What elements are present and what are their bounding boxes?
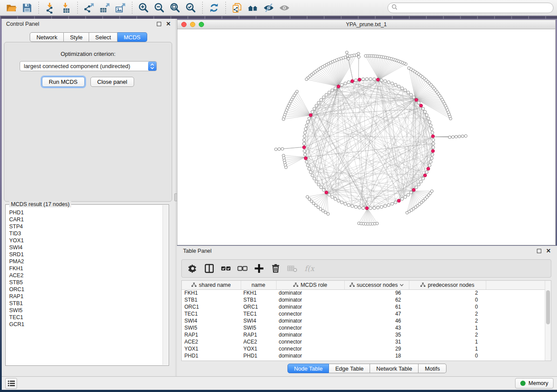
column-header-predecessor-nodes[interactable]: predecessor nodes xyxy=(409,281,486,289)
dropdown-spinner-icon xyxy=(148,62,156,71)
table-row[interactable]: FKH1FKH1dominator962 xyxy=(182,289,545,296)
table-row[interactable]: SWI4SWI4dominator462 xyxy=(182,317,545,324)
criterion-dropdown[interactable]: largest connected component (undirected) xyxy=(20,61,157,71)
function-builder-icon: f(x) xyxy=(303,263,315,274)
zoom-selected-button[interactable] xyxy=(184,2,197,14)
split-view-button[interactable] xyxy=(202,261,217,275)
table-scrollbar-thumb[interactable] xyxy=(546,290,550,324)
mcds-list-scrollbar[interactable] xyxy=(163,205,168,365)
mcds-result-groupbox: MCDS result (17 nodes) PHD1CAR1STP4TID3Y… xyxy=(5,204,169,366)
close-table-panel-icon[interactable]: ✕ xyxy=(546,249,551,253)
hide-selected-button[interactable] xyxy=(262,2,275,14)
close-panel-button[interactable]: Close panel xyxy=(90,77,135,87)
tab-network[interactable]: Network xyxy=(30,32,64,42)
network-canvas[interactable] xyxy=(177,29,555,245)
export-table-button[interactable] xyxy=(98,2,111,14)
mcds-result-item[interactable]: SWI5 xyxy=(9,307,163,314)
add-column-icon xyxy=(253,263,265,274)
delete-column-icon xyxy=(270,263,281,274)
mcds-result-item[interactable]: PMA2 xyxy=(9,258,163,265)
apply-preferred-layout-button[interactable] xyxy=(208,2,221,14)
export-image-icon xyxy=(115,2,126,14)
select-all-button[interactable] xyxy=(218,261,233,275)
table-scrollbar[interactable] xyxy=(545,281,551,361)
mcds-result-item[interactable]: PHD1 xyxy=(9,209,163,216)
add-column-button[interactable] xyxy=(252,261,266,275)
run-mcds-button[interactable]: Run MCDS xyxy=(42,77,85,87)
float-panel-icon[interactable] xyxy=(157,22,161,26)
shared-column-icon xyxy=(191,282,197,287)
mcds-result-item[interactable]: STB1 xyxy=(9,300,163,307)
mcds-result-item[interactable]: GCR1 xyxy=(9,321,163,328)
control-panel: Control Panel ✕ NetworkStyleSelectMCDS O… xyxy=(2,19,175,376)
mcds-result-item[interactable]: RAP1 xyxy=(9,293,163,300)
column-header-successor-nodes[interactable]: successor nodes xyxy=(344,281,409,289)
mcds-result-item[interactable]: STB5 xyxy=(9,279,163,286)
table-row[interactable]: RAP1RAP1dominator352 xyxy=(182,331,545,338)
mcds-result-item[interactable]: CAR1 xyxy=(9,216,163,223)
mcds-result-item[interactable]: SWI4 xyxy=(9,244,163,251)
apply-preferred-layout-icon xyxy=(208,2,220,14)
mcds-result-item[interactable]: ORC1 xyxy=(9,286,163,293)
list-icon xyxy=(8,380,15,387)
task-history-button[interactable] xyxy=(5,378,17,389)
save-session-button[interactable] xyxy=(21,2,34,14)
tab-mcds[interactable]: MCDS xyxy=(118,32,147,42)
split-view-icon xyxy=(204,263,215,274)
table-toolbar: f(x) xyxy=(181,259,551,278)
export-network-button[interactable] xyxy=(83,2,96,14)
float-table-panel-icon[interactable] xyxy=(537,249,541,253)
table-row[interactable]: ORC1ORC1dominator610 xyxy=(182,303,545,310)
mcds-result-item[interactable]: TID3 xyxy=(9,230,163,237)
show-all-button[interactable] xyxy=(278,2,291,14)
sort-desc-icon xyxy=(400,284,404,286)
close-panel-icon[interactable]: ✕ xyxy=(166,22,171,26)
table-panel-titlebar: Table Panel ✕ xyxy=(177,246,557,256)
open-session-button[interactable] xyxy=(5,2,18,14)
zoom-in-icon xyxy=(138,2,149,14)
toolbar-separator xyxy=(38,2,39,14)
table-row[interactable]: STB1STB1dominator620 xyxy=(182,296,545,303)
tab-edge-table[interactable]: Edge Table xyxy=(329,364,370,373)
import-network-button[interactable] xyxy=(44,2,57,14)
mcds-result-item[interactable]: SRD1 xyxy=(9,251,163,258)
optimization-criterion-label: Optimization criterion: xyxy=(4,51,172,57)
tab-network-table[interactable]: Network Table xyxy=(370,364,419,373)
import-table-button[interactable] xyxy=(59,2,73,14)
network-view-titlebar: YPA_prune.txt_1 xyxy=(177,20,555,29)
mcds-result-item[interactable]: TEC1 xyxy=(9,314,163,321)
tab-style[interactable]: Style xyxy=(64,32,89,42)
network-graph[interactable] xyxy=(177,29,555,245)
tab-node-table[interactable]: Node Table xyxy=(287,364,329,373)
column-header-shared-name[interactable]: shared name xyxy=(182,281,241,289)
share-document-icon xyxy=(232,2,243,14)
tab-select[interactable]: Select xyxy=(89,32,118,42)
memory-button[interactable]: Memory xyxy=(515,378,554,389)
zoom-out-button[interactable] xyxy=(153,2,166,14)
mcds-result-item[interactable]: YOX1 xyxy=(9,237,163,244)
mcds-result-item[interactable]: ACE2 xyxy=(9,272,163,279)
table-row[interactable]: SWI5SWI5connector431 xyxy=(182,324,545,331)
first-neighbors-button[interactable] xyxy=(246,2,259,14)
deselect-all-button[interactable] xyxy=(235,261,250,275)
share-document-button[interactable] xyxy=(231,2,244,14)
column-header-name[interactable]: name xyxy=(241,281,276,289)
column-header-MCDS-role[interactable]: MCDS role xyxy=(276,281,344,289)
toolbar-separator xyxy=(132,2,132,14)
table-row[interactable]: ACE2ACE2connector311 xyxy=(182,338,545,345)
shared-column-icon xyxy=(349,282,355,287)
import-network-icon xyxy=(45,2,56,14)
table-row[interactable]: PHD1PHD1dominator180 xyxy=(182,352,545,359)
mcds-result-item[interactable]: STP4 xyxy=(9,223,163,230)
zoom-in-button[interactable] xyxy=(137,2,150,14)
delete-column-button[interactable] xyxy=(268,261,283,275)
zoom-fit-content-button[interactable] xyxy=(169,2,182,14)
table-row[interactable]: TEC1TEC1connector472 xyxy=(182,310,545,317)
table-row[interactable]: YOX1YOX1connector291 xyxy=(182,345,545,352)
search-box[interactable] xyxy=(387,3,554,13)
mcds-result-item[interactable]: FKH1 xyxy=(9,265,163,272)
export-image-button[interactable] xyxy=(114,2,127,14)
settings-button[interactable] xyxy=(185,261,200,275)
search-input[interactable] xyxy=(398,5,550,11)
tab-motifs[interactable]: Motifs xyxy=(419,364,446,373)
